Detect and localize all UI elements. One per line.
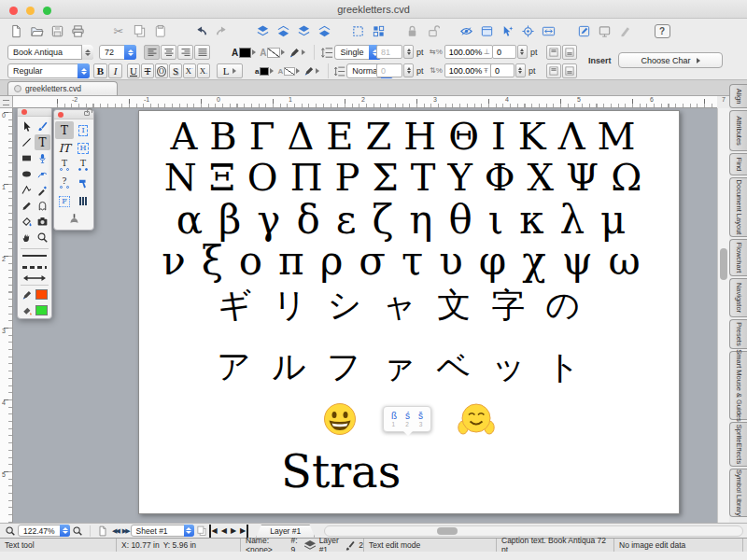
lock-icon[interactable] — [402, 21, 422, 40]
save-icon[interactable] — [47, 21, 67, 40]
print-icon[interactable] — [67, 21, 88, 40]
case-button[interactable]: L — [217, 63, 243, 78]
text-palette-close-icon[interactable] — [58, 112, 63, 118]
arrange-grid-icon[interactable] — [368, 21, 388, 40]
sidebar-tab-smart-mouse-guides[interactable]: Smart Mouse & Guides — [729, 351, 747, 420]
text-tool-palette[interactable]: T I IT H T T ? F — [53, 109, 94, 231]
hide-edges-icon[interactable] — [456, 21, 476, 40]
text-stroke-color-well[interactable]: A — [260, 48, 285, 58]
paste-icon[interactable] — [149, 21, 170, 40]
duplicate-sheet-icon[interactable] — [194, 525, 209, 538]
zoom-out-icon[interactable] — [3, 525, 18, 538]
vertical-scrollbar-thumb[interactable] — [720, 248, 727, 280]
para-pen-well[interactable] — [303, 65, 319, 77]
redo-icon[interactable] — [211, 21, 232, 40]
smart-shape-icon[interactable] — [517, 21, 538, 40]
tool-palette[interactable]: T — [17, 108, 52, 319]
ink-annotation-icon[interactable] — [614, 21, 635, 40]
cut-icon[interactable]: ✂ — [108, 21, 129, 40]
paintbrush-tool[interactable] — [35, 119, 50, 134]
text-fill-color-well[interactable]: A — [232, 48, 256, 58]
help-icon[interactable]: ? — [652, 21, 672, 40]
curve-tool[interactable] — [35, 166, 50, 182]
text-tool[interactable]: T — [35, 134, 50, 150]
leading-stepper[interactable] — [403, 45, 414, 59]
document-page[interactable]: ΑΒΓΔΕΖΗΘΙΚΛΜ ΝΞΟΠΡΣΤΥΦΧΨΩ αβγδεζηθικλμ ν… — [138, 110, 680, 514]
text-box-tool[interactable]: H — [74, 139, 92, 157]
canvas-work-area[interactable]: ΑΒΓΔΕΖΗΘΙΚΛΜ ΝΞΟΠΡΣΤΥΦΧΨΩ αβγδεζηθικλμ ν… — [13, 108, 717, 523]
palette-close-icon[interactable] — [21, 109, 27, 115]
sidebar-tab-presets[interactable]: Presets — [729, 319, 747, 349]
sidebar-tab-align[interactable]: Align — [729, 84, 747, 108]
new-sheet-icon[interactable] — [95, 525, 110, 538]
eyedropper-tool[interactable] — [35, 182, 50, 198]
justify-top-button[interactable] — [546, 45, 561, 60]
sheet-select[interactable]: Sheet #1 — [131, 525, 194, 537]
font-style-dropdown-icon[interactable] — [78, 63, 90, 78]
stroke-color-swatch[interactable] — [35, 289, 48, 300]
pencil-tool[interactable] — [19, 198, 35, 214]
tool-palette-titlebar[interactable] — [18, 108, 51, 117]
emoji-line[interactable]: ß ś š 1 2 3 — [139, 399, 679, 440]
text-on-path-alt-tool[interactable]: T — [74, 157, 92, 175]
vertical-ruler[interactable]: 0 1 2 3 4 5 — [0, 108, 13, 523]
offset-stepper[interactable] — [515, 63, 526, 77]
offset-field[interactable]: 0 — [490, 63, 514, 77]
subscript-button[interactable]: X. — [197, 63, 210, 78]
text-selection-tool[interactable]: I — [74, 121, 92, 139]
sidebar-tab-flowchart[interactable]: Flowchart — [729, 239, 747, 276]
new-document-icon[interactable] — [6, 21, 26, 40]
line-arrowheads[interactable] — [18, 273, 51, 284]
zoom-level-select[interactable]: 122.47% — [18, 525, 70, 537]
camera-tool[interactable] — [35, 214, 50, 230]
sidebar-tab-navigator[interactable]: Navigator — [729, 278, 747, 317]
unlock-icon[interactable] — [422, 21, 443, 40]
ruler-origin-box[interactable] — [0, 96, 13, 108]
fill-color-row[interactable] — [18, 302, 51, 318]
font-family-select[interactable]: Book Antiqua — [7, 45, 93, 60]
next-page-button[interactable]: ▶ — [229, 525, 238, 538]
line-style-solid[interactable] — [18, 250, 51, 261]
screen-mode-icon[interactable] — [594, 21, 614, 40]
accent-option-2[interactable]: ś — [405, 411, 410, 421]
underline-button[interactable]: U — [127, 63, 140, 78]
previous-sheet-icon[interactable]: ◀◀ — [110, 525, 120, 538]
zoom-tool[interactable] — [35, 230, 50, 245]
outline-button[interactable]: O — [155, 63, 168, 78]
show-window-icon[interactable] — [476, 21, 497, 40]
hand-tool[interactable] — [19, 230, 35, 245]
align-left-button[interactable] — [144, 45, 160, 60]
line-style-dashed[interactable] — [18, 261, 51, 273]
align-justify-button[interactable] — [194, 45, 210, 60]
choose-char-button[interactable]: Choose Char — [618, 52, 723, 68]
accent-option-3[interactable]: š — [418, 411, 423, 421]
sidebar-tab-spriteeffects[interactable]: SpriteEffects — [729, 422, 747, 467]
strikethrough-button[interactable]: T — [141, 63, 154, 78]
fill-color-swatch-main[interactable] — [35, 305, 48, 315]
column-text-tool[interactable] — [74, 192, 92, 210]
shadow-button[interactable]: S — [169, 63, 182, 78]
sidebar-tab-find[interactable]: Find — [729, 153, 747, 175]
font-size-dropdown-icon[interactable] — [124, 45, 136, 60]
justify-bottom-button[interactable] — [562, 45, 577, 60]
selection-marquee-icon[interactable] — [347, 21, 368, 40]
text-hammer-tool[interactable] — [74, 175, 92, 192]
document-tab[interactable]: greekletters.cvd — [7, 81, 118, 95]
send-backward-icon[interactable] — [314, 21, 334, 40]
undo-icon[interactable] — [190, 21, 211, 40]
text-palette-titlebar[interactable] — [54, 110, 93, 119]
sidebar-tab-document-layout[interactable]: Document Layout — [729, 177, 747, 237]
fit-width-icon[interactable] — [538, 21, 558, 40]
kerning-field[interactable]: 0 — [492, 45, 516, 59]
align-center-button[interactable] — [161, 45, 176, 60]
line-spacing-select[interactable]: Single — [334, 45, 381, 60]
previous-page-button[interactable]: ◀ — [219, 525, 229, 538]
font-size-select[interactable]: 72 — [99, 45, 136, 60]
pin-tool[interactable] — [35, 150, 50, 166]
kerning-stepper[interactable] — [517, 45, 528, 59]
stroke-color-row[interactable] — [18, 287, 51, 302]
text-tool-b[interactable]: T — [55, 121, 74, 139]
bold-button[interactable]: B — [93, 63, 107, 78]
font-style-select[interactable]: Regular — [7, 63, 90, 78]
text-brush-tool[interactable] — [55, 210, 92, 228]
